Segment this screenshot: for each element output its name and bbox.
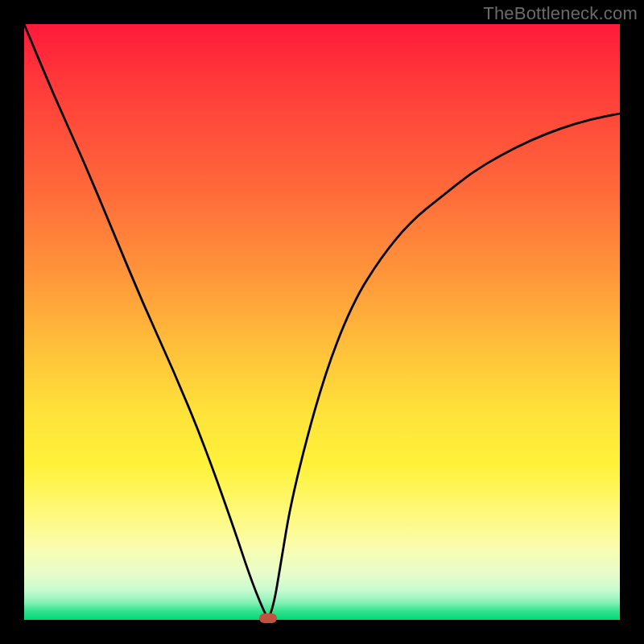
curve-path: [24, 24, 620, 617]
chart-frame: TheBottleneck.com: [0, 0, 644, 644]
watermark-text: TheBottleneck.com: [483, 3, 638, 24]
bottleneck-curve: [24, 24, 620, 620]
plot-area: [24, 24, 620, 620]
optimum-marker: [259, 613, 277, 623]
